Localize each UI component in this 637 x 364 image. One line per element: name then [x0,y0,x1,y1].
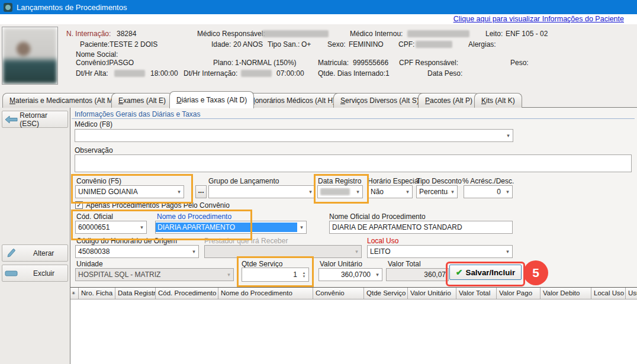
chevron-down-icon[interactable]: ▾ [189,249,198,255]
grupo-lancamento-combo[interactable]: ▾ [208,185,316,198]
chevron-down-icon[interactable]: ▾ [403,189,412,195]
paciente-label: Paciente: [80,41,110,49]
col-qtde-servico[interactable]: Qtde Serviço [364,288,408,299]
dt-alta-date-redacted [114,70,145,77]
tab-diarias-taxas[interactable]: Diárias e Taxas (Alt D) [169,91,254,108]
horario-especial-label: Horário Especial [368,178,420,185]
chevron-down-icon[interactable]: ▾ [504,133,513,138]
retornar-button[interactable]: Retornar (ESC) [2,111,68,128]
cod-oficial-combo[interactable]: 60000651 ▾ [75,221,147,234]
chevron-down-icon[interactable]: ▾ [503,249,512,255]
valor-unitario-value: 360,0700 [319,270,373,279]
grid-header: ✳ Nro. Ficha Data Registro Cód. Procedim… [70,287,637,299]
sexo-label: Sexo: [327,41,346,49]
chevron-down-icon[interactable]: ▾ [297,224,306,230]
convenio-f5-combo[interactable]: UNIMED GOIANIA ▾ [75,185,184,198]
nome-procedimento-combo[interactable]: DIARIA APARTAMENTO ▾ [155,221,307,234]
local-uso-combo[interactable]: LEITO ▾ [367,245,513,258]
idade-value: 20 ANOS [233,41,263,49]
chevron-down-icon[interactable]: ▾ [503,189,512,195]
valor-total-value: 360,07 [387,270,448,279]
patient-info-link[interactable]: Clique aqui para visualizar Informações … [453,15,624,23]
cod-honorario-combo[interactable]: 45080038 ▾ [75,245,199,258]
excluir-button[interactable]: Excluir [2,265,68,282]
tab-honorarios-medicos[interactable]: Honorários Médicos (Alt H) [243,93,342,108]
salvar-incluir-button[interactable]: ✔ Salvar/Incluir [449,265,522,280]
convenio-f5-value: UNIMED GOIANIA [76,188,175,196]
unidade-label: Unidade [76,260,103,268]
valor-total-label: Valor Total [388,260,421,268]
grid-body-empty[interactable] [70,299,637,364]
green-check-icon: ✔ [456,268,463,277]
prestador-combo: ▾ [204,245,362,258]
horario-especial-combo[interactable]: Não ▾ [368,185,413,198]
medico-f8-combo[interactable]: ▾ [75,129,513,142]
chevron-down-icon[interactable]: ▾ [448,189,457,195]
cpf-label: CPF: [398,41,414,49]
n-internacao-label: N. Internação: [66,30,111,38]
spinner-down-icon[interactable]: ▼ [303,275,306,278]
paciente-value: TESTE 2 DOIS [110,41,157,49]
convenio-f5-label: Convênio (F5) [76,178,121,185]
leito-value: ENF 105 - 02 [506,30,548,38]
dt-alta-time: 18:00:00 [150,70,178,78]
tipo-desconto-combo[interactable]: Percentual ▾ [416,185,458,198]
medico-responsavel-value-redacted [262,30,329,37]
col-valor-unitario[interactable]: Valor Unitário [408,288,456,299]
dt-internacao-label: Dt/Hr Internação: [184,70,237,78]
matricula-label: Matricula: [318,59,349,67]
chevron-down-icon[interactable]: ▾ [175,189,184,195]
tab-pacotes[interactable]: Pacotes (Alt P) [418,93,480,108]
nome-oficial-textbox[interactable]: DIARIA DE APARTAMENTO STANDARD [329,221,513,234]
col-valor-debito[interactable]: Valor Debito [541,288,591,299]
convenio-lookup-button[interactable]: ... [195,185,207,198]
cpf-value-redacted [416,41,452,48]
col-nro-ficha[interactable]: Nro. Ficha [79,288,115,299]
alterar-label: Alterar [33,249,54,257]
link-row: Clique aqui para visualizar Informações … [0,14,637,24]
patient-photo [2,27,58,85]
valor-unitario-combo[interactable]: 360,0700 ▾ [318,268,382,281]
nome-procedimento-label: Nome do Procedimento [157,213,231,221]
apenas-pagos-checkbox[interactable]: ✓ [75,201,83,209]
col-usuario[interactable]: Usuário [626,288,637,299]
horario-especial-value: Não [368,188,403,196]
prestador-label: Prestador que Irá Receber [204,237,288,245]
tab-exames[interactable]: Exames (Alt E) [111,93,173,108]
col-cod-procedimento[interactable]: Cód. Procedimento [156,288,218,299]
apenas-pagos-label: Apenas Procedimentos Pagos Pelo Convênio [86,202,230,210]
tab-materiais-medicamentos[interactable]: Materiais e Medicamentos (Alt M) [2,93,123,108]
acresc-desc-combo[interactable]: 0 ▾ [464,185,513,198]
col-valor-total[interactable]: Valor Total [456,288,497,299]
back-arrow-icon [2,115,20,124]
chevron-down-icon: ▾ [352,249,361,255]
data-registro-combo[interactable]: ▾ [317,185,363,198]
tipo-desconto-label: Tipo Desconto [416,178,462,185]
chevron-down-icon[interactable]: ▾ [373,272,382,278]
salvar-incluir-label: Salvar/Incluir [466,268,516,277]
observacao-textarea[interactable] [75,154,632,172]
col-data-registro[interactable]: Data Registro [115,288,156,299]
qtde-servico-stepper[interactable]: 1 ▲ ▼ [242,268,309,282]
chevron-down-icon[interactable]: ▾ [137,224,146,230]
col-local-uso[interactable]: Local Uso [591,288,626,299]
chevron-down-icon[interactable]: ▾ [306,189,315,195]
nome-procedimento-value: DIARIA APARTAMENTO [156,223,297,232]
valor-total-readonly: 360,07 [386,268,449,281]
tab-servicos-diversos[interactable]: Serviços Diversos (Alt S) [333,93,426,108]
valor-unitario-label: Valor Unitário [320,260,362,268]
n-internacao-value: 38284 [117,30,136,38]
dias-internado-value: 1 [385,70,390,78]
peso-label: Peso: [510,59,529,67]
col-convenio[interactable]: Convênio [313,288,364,299]
tab-label: P [425,96,430,105]
dt-internacao-time: 07:00:00 [276,70,304,78]
chevron-down-icon[interactable]: ▾ [353,189,362,195]
cod-honorario-label: Código do Honorário de Origem [76,237,177,245]
col-valor-pago[interactable]: Valor Pago [497,288,541,299]
cod-honorario-value: 45080038 [76,247,189,256]
tab-kits[interactable]: Kits (Alt K) [474,93,522,108]
col-nome-procedimento[interactable]: Nome do Procedimento [218,288,313,299]
alterar-button[interactable]: Alterar [2,244,68,262]
pencil-icon [2,248,20,259]
